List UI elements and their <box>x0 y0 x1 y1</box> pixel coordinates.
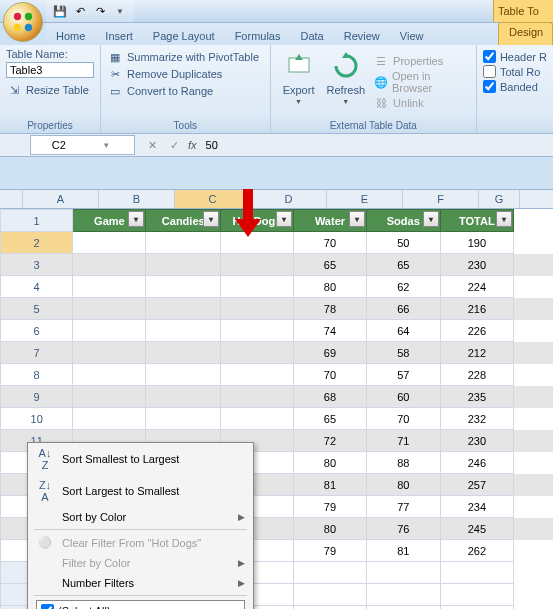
filter-values-list[interactable]: (Select All) 404849505358596061 <box>36 600 245 609</box>
undo-icon[interactable]: ↶ <box>72 3 88 19</box>
total-row-check[interactable]: Total Ro <box>483 65 547 78</box>
select-all-corner[interactable] <box>0 190 23 208</box>
filter-btn-game[interactable] <box>128 211 144 227</box>
header-game[interactable]: Game <box>73 210 146 232</box>
qat-dropdown-icon[interactable]: ▼ <box>112 3 128 19</box>
colhead-b[interactable]: B <box>99 190 175 208</box>
cell[interactable]: 70 <box>293 364 366 386</box>
filter-btn-sodas[interactable] <box>423 211 439 227</box>
cell[interactable]: 230 <box>440 430 514 452</box>
cell[interactable]: 77 <box>367 496 440 518</box>
fx-icon[interactable]: fx <box>188 139 197 151</box>
cell[interactable]: 226 <box>440 320 514 342</box>
rowhead[interactable]: 6 <box>1 320 73 342</box>
table-row[interactable]: 6 74 64 226 <box>1 320 553 342</box>
cell[interactable]: 66 <box>367 298 440 320</box>
rowhead-1[interactable]: 1 <box>1 210 73 232</box>
rowhead[interactable]: 2 <box>1 232 73 254</box>
cell[interactable]: 246 <box>440 452 514 474</box>
office-button[interactable] <box>3 2 43 42</box>
sort-color-item[interactable]: Sort by Color ▶ <box>28 507 253 527</box>
table-row[interactable]: 4 80 62 224 <box>1 276 553 298</box>
cell[interactable]: 232 <box>440 408 514 430</box>
cell[interactable]: 190 <box>440 232 514 254</box>
tab-review[interactable]: Review <box>334 27 390 45</box>
name-box[interactable]: C2 ▼ <box>30 135 135 155</box>
cell[interactable]: 216 <box>440 298 514 320</box>
cell[interactable]: 81 <box>293 474 366 496</box>
header-row-check[interactable]: Header R <box>483 50 547 63</box>
tab-data[interactable]: Data <box>290 27 333 45</box>
cell[interactable]: 262 <box>440 540 514 562</box>
cell[interactable]: 245 <box>440 518 514 540</box>
cell[interactable]: 79 <box>293 496 366 518</box>
cell[interactable]: 78 <box>293 298 366 320</box>
cell[interactable]: 50 <box>367 232 440 254</box>
cell[interactable]: 234 <box>440 496 514 518</box>
cell[interactable]: 64 <box>367 320 440 342</box>
resize-table-button[interactable]: ⇲ Resize Table <box>6 82 94 98</box>
filter-btn-water[interactable] <box>349 211 365 227</box>
cell[interactable]: 69 <box>293 342 366 364</box>
rowhead[interactable]: 3 <box>1 254 73 276</box>
colhead-e[interactable]: E <box>327 190 403 208</box>
summarize-pivot-button[interactable]: ▦ Summarize with PivotTable <box>107 49 264 65</box>
cell[interactable]: 228 <box>440 364 514 386</box>
cell[interactable]: 71 <box>367 430 440 452</box>
cell[interactable]: 70 <box>293 232 366 254</box>
rowhead[interactable]: 7 <box>1 342 73 364</box>
cell[interactable]: 65 <box>293 408 366 430</box>
tab-pagelayout[interactable]: Page Layout <box>143 27 225 45</box>
number-filters-item[interactable]: Number Filters ▶ <box>28 573 253 593</box>
cell[interactable]: 65 <box>293 254 366 276</box>
cell[interactable]: 80 <box>293 276 366 298</box>
cell[interactable]: 62 <box>367 276 440 298</box>
cell[interactable]: 81 <box>367 540 440 562</box>
cell[interactable]: 60 <box>367 386 440 408</box>
formula-value[interactable]: 50 <box>200 139 218 151</box>
cell[interactable]: 58 <box>367 342 440 364</box>
cell[interactable]: 224 <box>440 276 514 298</box>
table-row[interactable]: 7 69 58 212 <box>1 342 553 364</box>
cell[interactable]: 72 <box>293 430 366 452</box>
header-total[interactable]: TOTAL <box>440 210 514 232</box>
rowhead[interactable]: 10 <box>1 408 73 430</box>
tab-formulas[interactable]: Formulas <box>225 27 291 45</box>
redo-icon[interactable]: ↷ <box>92 3 108 19</box>
tab-design[interactable]: Design <box>498 22 553 45</box>
cell[interactable]: 80 <box>293 518 366 540</box>
header-water[interactable]: Water <box>293 210 366 232</box>
header-candies[interactable]: Candies <box>146 210 221 232</box>
cell[interactable]: 80 <box>293 452 366 474</box>
cell[interactable]: 257 <box>440 474 514 496</box>
cell[interactable]: 74 <box>293 320 366 342</box>
rowhead[interactable]: 8 <box>1 364 73 386</box>
table-row[interactable]: 5 78 66 216 <box>1 298 553 320</box>
table-row[interactable]: 10 65 70 232 <box>1 408 553 430</box>
banded-rows-check[interactable]: Banded <box>483 80 547 93</box>
cell[interactable]: 212 <box>440 342 514 364</box>
convert-range-button[interactable]: ▭ Convert to Range <box>107 83 264 99</box>
sort-desc-item[interactable]: Z↓A Sort Largest to Smallest <box>28 475 253 507</box>
table-row[interactable]: 8 70 57 228 <box>1 364 553 386</box>
export-button[interactable]: Export ▼ <box>277 48 321 116</box>
table-name-input[interactable] <box>6 62 94 78</box>
cell[interactable]: 230 <box>440 254 514 276</box>
cell[interactable]: 79 <box>293 540 366 562</box>
colhead-f[interactable]: F <box>403 190 479 208</box>
rowhead[interactable]: 4 <box>1 276 73 298</box>
table-row[interactable]: 3 65 65 230 <box>1 254 553 276</box>
save-icon[interactable]: 💾 <box>52 3 68 19</box>
filter-btn-hotdogs[interactable] <box>276 211 292 227</box>
cell[interactable]: 80 <box>367 474 440 496</box>
tab-view[interactable]: View <box>390 27 434 45</box>
tab-insert[interactable]: Insert <box>95 27 143 45</box>
colhead-g[interactable]: G <box>479 190 520 208</box>
cell[interactable]: 235 <box>440 386 514 408</box>
cell[interactable]: 68 <box>293 386 366 408</box>
rowhead[interactable]: 9 <box>1 386 73 408</box>
cell[interactable]: 76 <box>367 518 440 540</box>
remove-duplicates-button[interactable]: ✂ Remove Duplicates <box>107 66 264 82</box>
filter-btn-candies[interactable] <box>203 211 219 227</box>
refresh-button[interactable]: Refresh ▼ <box>321 48 372 116</box>
